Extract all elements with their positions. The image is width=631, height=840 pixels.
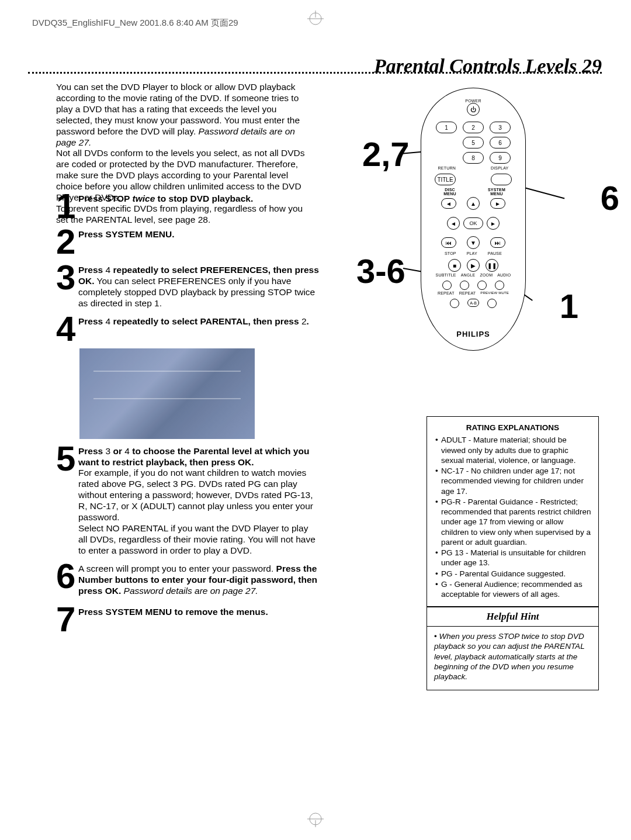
repeat-button bbox=[450, 299, 459, 308]
s6i: Password details are on page 27. bbox=[121, 586, 258, 596]
right-button: ► bbox=[487, 217, 500, 230]
next-button: ⏭ bbox=[490, 237, 505, 248]
disc-menu-button: ◄ bbox=[441, 198, 456, 209]
zoom-button bbox=[477, 281, 487, 290]
step-1: 1 Press STOP twice to stop DVD playback. bbox=[56, 191, 319, 221]
pause-button: ❚❚ bbox=[486, 259, 498, 272]
callout-27: 2,7 bbox=[362, 134, 410, 174]
return-label: RETURN bbox=[438, 166, 456, 170]
s3c: You can select PREFERENCES only if you h… bbox=[78, 276, 315, 308]
display-label: DISPLAY bbox=[491, 166, 508, 170]
rating-item: G - General Audience; recommended as acc… bbox=[434, 579, 591, 600]
step-3: 3 Press 4 repeatedly to select PREFERENC… bbox=[56, 262, 319, 309]
audio-button bbox=[495, 281, 504, 290]
step-num-7: 7 bbox=[56, 604, 78, 634]
key-9: 9 bbox=[490, 152, 511, 164]
s3k1: 4 bbox=[106, 265, 111, 275]
preview-mute-label: PREVIEW MUTE bbox=[480, 291, 509, 295]
repeat2-label: REPEAT bbox=[459, 291, 476, 295]
zoom-label: ZOOM bbox=[480, 273, 493, 277]
step-7: 7 Press SYSTEM MENU to remove the menus. bbox=[56, 604, 319, 634]
subtitle-button bbox=[442, 281, 452, 290]
play-label: PLAY bbox=[467, 251, 477, 255]
repeat-label: REPEAT bbox=[438, 291, 455, 295]
left-button: ◄ bbox=[447, 217, 460, 230]
key-5: 5 bbox=[463, 137, 484, 148]
step-5: 5 Press 3 or 4 to choose the Parental le… bbox=[56, 444, 319, 556]
s5k1: 3 bbox=[106, 446, 111, 456]
angle-label: ANGLE bbox=[461, 273, 476, 277]
key-2: 2 bbox=[463, 122, 484, 133]
step-num-4: 4 bbox=[56, 314, 78, 344]
key-3: 3 bbox=[490, 122, 511, 133]
step2-a: Press SYSTEM MENU. bbox=[78, 229, 175, 239]
s4k2: 2 bbox=[301, 316, 307, 326]
nav-cluster: ◄ ► ▲ ◄ ► OK ▼ ⏮ ⏭ bbox=[441, 198, 505, 248]
hint-body: When you press STOP twice to stop DVD pl… bbox=[427, 627, 598, 690]
s5p1: For example, if you do not want children… bbox=[78, 468, 313, 522]
rating-list: ADULT - Mature material; should be viewe… bbox=[434, 435, 591, 599]
s6a: A screen will prompt you to enter your p… bbox=[78, 564, 276, 573]
power-button: ⏻ bbox=[467, 103, 480, 116]
rating-item: PG 13 - Material is unsuitable for child… bbox=[434, 548, 591, 568]
s4a: Press bbox=[78, 316, 106, 326]
step-num-2: 2 bbox=[56, 227, 78, 257]
step-num-5: 5 bbox=[56, 444, 78, 556]
remote-brand: PHILIPS bbox=[456, 330, 490, 338]
system-menu-button: ► bbox=[490, 198, 505, 209]
s5a: Press bbox=[78, 446, 106, 456]
step-num-3: 3 bbox=[56, 262, 78, 309]
s4k1: 4 bbox=[106, 316, 111, 326]
play-button: ▶ bbox=[467, 259, 480, 272]
step1-a: Press STOP bbox=[78, 193, 133, 203]
stop-label: STOP bbox=[445, 251, 456, 255]
key-8: 8 bbox=[463, 152, 484, 164]
up-button: ▲ bbox=[467, 197, 480, 210]
down-button: ▼ bbox=[467, 236, 480, 249]
s5p2: Select NO PARENTAL if you want the DVD P… bbox=[78, 523, 316, 555]
steps-list: 1 Press STOP twice to stop DVD playback.… bbox=[56, 191, 319, 639]
mute-button bbox=[487, 299, 497, 308]
key-6: 6 bbox=[490, 137, 511, 148]
step-2: 2 Press SYSTEM MENU. bbox=[56, 227, 319, 257]
rating-item: ADULT - Mature material; should be viewe… bbox=[434, 435, 591, 465]
step1-i: twice bbox=[133, 193, 155, 203]
rating-item: PG - Parental Guidance suggested. bbox=[434, 569, 591, 579]
ab-button: A-B bbox=[467, 299, 479, 307]
key-1: 1 bbox=[436, 122, 457, 133]
display-button bbox=[491, 174, 512, 185]
disc-menu-label: DISCMENU bbox=[438, 188, 462, 196]
subtitle-label: SUBTITLE bbox=[436, 273, 456, 277]
doc-header-meta: DVDQ35_EnglishIFU_New 2001.8.6 8:40 AM 页… bbox=[32, 18, 238, 29]
page-title: Parental Controls Levels 29 bbox=[374, 55, 602, 77]
pause-label: PAUSE bbox=[488, 251, 502, 255]
rating-item: NC-17 - No children under age 17; not re… bbox=[434, 466, 591, 496]
stop-button: ■ bbox=[448, 259, 461, 272]
rating-explanations-box: RATING EXPLANATIONS ADULT - Mature mater… bbox=[427, 416, 599, 607]
hint-title: Helpful Hint bbox=[427, 607, 598, 627]
step1-b: to stop DVD playback. bbox=[155, 193, 253, 203]
step-num-6: 6 bbox=[56, 561, 78, 597]
angle-button bbox=[460, 281, 469, 290]
menu-screenshot bbox=[79, 348, 255, 439]
s5or: or bbox=[110, 446, 124, 456]
step-6: 6 A screen will prompt you to enter your… bbox=[56, 561, 319, 597]
s5k2: 4 bbox=[124, 446, 130, 456]
callout-1: 1 bbox=[560, 286, 578, 326]
s4b: repeatedly to select PARENTAL, then pres… bbox=[110, 316, 301, 326]
callout-6: 6 bbox=[601, 178, 619, 217]
audio-label: AUDIO bbox=[497, 273, 511, 277]
crop-mark-top bbox=[307, 11, 324, 29]
crop-mark-bottom bbox=[307, 811, 324, 829]
remote-illustration: 2,7 3-6 6 1 POWER ⏻ 1 2 3 5 6 8 9 bbox=[386, 88, 596, 351]
s4c: . bbox=[307, 316, 309, 326]
step-num-1: 1 bbox=[56, 191, 78, 221]
ok-button: OK bbox=[463, 217, 483, 229]
prev-button: ⏮ bbox=[441, 237, 456, 248]
helpful-hint-box: Helpful Hint When you press STOP twice t… bbox=[427, 607, 599, 690]
remote-outline: POWER ⏻ 1 2 3 5 6 8 9 RETURN DISPLAY bbox=[421, 88, 526, 351]
s3a: Press bbox=[78, 265, 106, 275]
s7a: Press SYSTEM MENU to remove the menus. bbox=[78, 607, 268, 617]
callout-36: 3-6 bbox=[356, 251, 405, 291]
system-menu-label: SYSTEMMENU bbox=[485, 188, 508, 196]
